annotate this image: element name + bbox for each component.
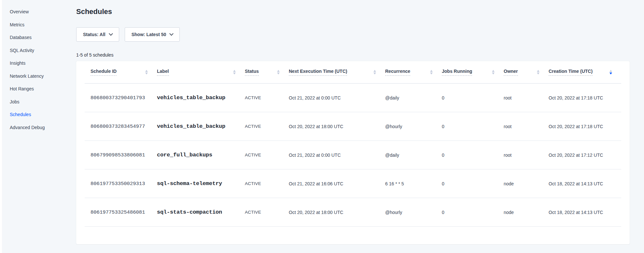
caret-down-icon [373,73,376,74]
cell-creation-time: Oct 18, 2022 at 14:13 UTC [549,181,621,186]
cell-creation-time: Oct 18, 2022 at 14:13 UTC [549,210,621,215]
cell-owner: node [504,181,549,186]
table-header-row: Schedule ID Label Status Next Execution … [85,61,621,84]
cell-jobs-running: 0 [442,95,504,100]
show-filter-dropdown[interactable]: Show: Latest 50 [125,27,180,42]
caret-up-icon [373,70,376,72]
sort-icon[interactable] [609,70,612,75]
sort-icon[interactable] [145,70,148,75]
sidebar-item-databases[interactable]: Databases [10,34,45,41]
cell-label: sql-schema-telemetry [157,180,245,187]
column-header-schedule-id[interactable]: Schedule ID [85,69,157,76]
sort-icon[interactable] [430,70,433,75]
cell-status: ACTIVE [245,95,289,100]
sidebar-item-sql-activity[interactable]: SQL Activity [10,47,45,54]
sidebar-item-metrics[interactable]: Metrics [10,21,45,28]
chevron-down-icon [109,32,113,36]
cell-schedule-id: 806799098533806081 [85,152,157,158]
caret-up-icon [492,70,495,72]
results-summary: 1-5 of 5 schedules [76,52,113,58]
cell-schedule-id: 806800373290401793 [85,95,157,101]
cell-creation-time: Oct 20, 2022 at 17:12 UTC [549,153,621,158]
caret-up-icon [609,70,612,72]
page-title: Schedules [76,7,112,16]
caret-down-icon [145,73,148,74]
cell-label: vehicles_table_backup [157,95,245,101]
sidebar-nav: Overview Metrics Databases SQL Activity … [10,8,45,131]
cell-status: ACTIVE [245,181,289,186]
column-header-label[interactable]: Label [157,69,245,76]
sort-icon[interactable] [277,70,280,75]
left-gutter [0,0,2,253]
cell-label: vehicles_table_backup [157,123,245,129]
cell-next-execution: Oct 20, 2022 at 18:00 UTC [289,210,385,215]
cell-status: ACTIVE [245,210,289,215]
cell-jobs-running: 0 [442,153,504,158]
caret-up-icon [145,70,148,72]
column-header-jobs-running[interactable]: Jobs Running [442,69,504,76]
cell-recurrence: @daily [385,95,442,100]
caret-down-icon [430,73,433,74]
sidebar-item-overview[interactable]: Overview [10,8,45,15]
cell-recurrence: @hourly [385,210,442,215]
column-header-label: Jobs Running [442,69,472,76]
caret-up-icon [537,70,539,72]
status-filter-dropdown[interactable]: Status: All [76,27,119,42]
filter-bar: Status: All Show: Latest 50 [76,27,180,42]
cell-next-execution: Oct 20, 2022 at 18:00 UTC [289,124,385,129]
cell-recurrence: @hourly [385,124,442,129]
cell-status: ACTIVE [245,153,289,157]
table-row[interactable]: 806197753350029313 sql-schema-telemetry … [85,169,621,198]
sidebar-item-insights[interactable]: Insights [10,60,45,66]
cell-schedule-id: 806197753325486081 [85,209,157,215]
sidebar-item-advanced-debug[interactable]: Advanced Debug [10,124,45,131]
sidebar-item-jobs[interactable]: Jobs [10,99,45,105]
cell-jobs-running: 0 [442,124,504,129]
column-header-owner[interactable]: Owner [504,69,549,76]
column-header-label: Recurrence [385,69,410,76]
sort-icon[interactable] [537,70,539,75]
table-row[interactable]: 806799098533806081 core_full_backups ACT… [85,141,621,169]
column-header-label: Next Execution Time (UTC) [289,69,347,76]
cell-owner: root [504,95,549,100]
app-window: Overview Metrics Databases SQL Activity … [0,0,644,253]
sidebar-item-network-latency[interactable]: Network Latency [10,73,45,79]
cell-recurrence: 6 16 * * 5 [385,181,442,186]
sort-icon[interactable] [492,70,495,75]
column-header-recurrence[interactable]: Recurrence [385,69,442,76]
cell-schedule-id: 806800373283454977 [85,124,157,129]
sort-icon[interactable] [373,70,376,75]
column-header-label: Owner [504,69,518,76]
table-row[interactable]: 806197753325486081 sql-stats-compaction … [85,198,621,227]
status-filter-label: Status: All [83,32,105,37]
column-header-label: Schedule ID [91,69,117,76]
caret-down-icon [609,73,612,74]
cell-owner: node [504,210,549,215]
cell-jobs-running: 0 [442,210,504,215]
caret-up-icon [430,70,433,72]
schedules-table-card: Schedule ID Label Status Next Execution … [76,61,630,244]
table-row[interactable]: 806800373283454977 vehicles_table_backup… [85,112,621,141]
sort-icon[interactable] [233,70,236,75]
cell-status: ACTIVE [245,124,289,129]
column-header-creation-time[interactable]: Creation Time (UTC) [549,69,621,76]
table-row[interactable]: 806800373290401793 vehicles_table_backup… [85,84,621,112]
column-header-label: Label [157,69,169,76]
column-header-next-execution-time[interactable]: Next Execution Time (UTC) [289,69,385,76]
cell-next-execution: Oct 21, 2022 at 0:00 UTC [289,153,385,158]
sidebar-item-hot-ranges[interactable]: Hot Ranges [10,86,45,92]
caret-down-icon [277,73,280,74]
cell-next-execution: Oct 21, 2022 at 16:06 UTC [289,181,385,186]
cell-creation-time: Oct 20, 2022 at 17:18 UTC [549,124,621,129]
cell-creation-time: Oct 20, 2022 at 17:18 UTC [549,95,621,100]
cell-next-execution: Oct 21, 2022 at 0:00 UTC [289,95,385,100]
column-header-status[interactable]: Status [245,69,289,76]
show-filter-label: Show: Latest 50 [132,32,166,37]
cell-owner: root [504,153,549,158]
sidebar-item-schedules[interactable]: Schedules [10,111,45,118]
cell-jobs-running: 0 [442,181,504,186]
cell-label: core_full_backups [157,152,245,158]
caret-down-icon [233,73,236,74]
cell-label: sql-stats-compaction [157,209,245,215]
cell-owner: root [504,124,549,129]
